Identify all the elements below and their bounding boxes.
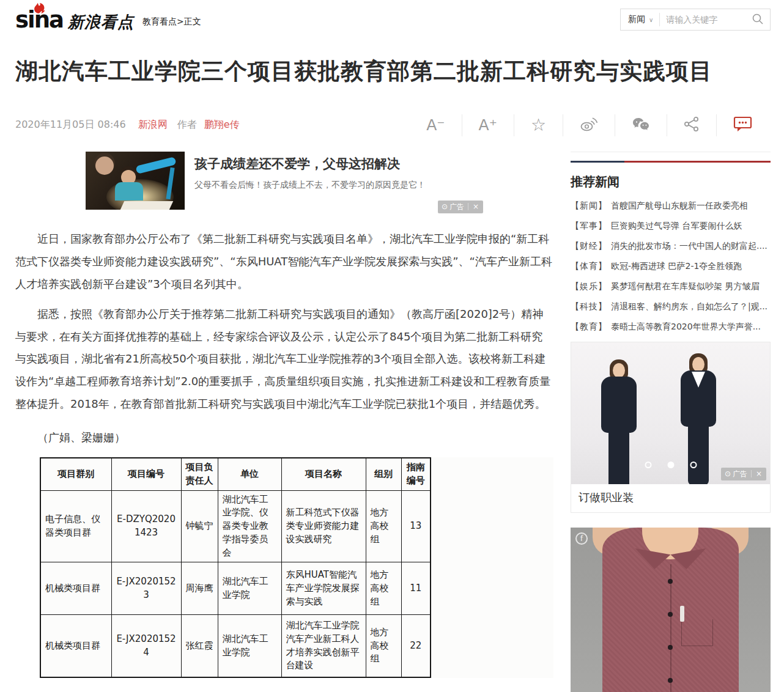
carousel-dots (645, 462, 697, 468)
article-meta-row: 2020年11月05日 08:46 新浪网 作者 鹏翔e传 A⁻ A⁺ ☆ (15, 111, 769, 139)
wechat-icon (632, 117, 650, 134)
sidebar-ad-suits[interactable]: ⊙广告 × 订做职业装 (571, 342, 771, 513)
publish-date: 2020年11月05日 08:46 (15, 119, 126, 131)
ad-badge-icon: ⊙ (725, 469, 731, 478)
chest-pocket (681, 619, 713, 646)
ad-badge-label: 广告 (733, 469, 747, 479)
search-button[interactable] (749, 13, 770, 27)
share-wechat-button[interactable] (615, 114, 667, 136)
table-row: 机械类项目群 E-JX20201523 周海鹰 湖北汽车工业学院 东风HUAT智… (40, 562, 431, 615)
news-item[interactable]: 【科技】清退租客、解约房东，自如怎么了？|观... (571, 301, 771, 312)
search-bar: 新闻 ∨ (620, 9, 771, 31)
weibo-icon (580, 116, 598, 134)
news-item[interactable]: 【军事】巨资购美过气导弹 台军要闹什么妖 (571, 221, 771, 232)
breadcrumb[interactable]: 教育看点>正文 (142, 17, 201, 31)
font-increase-button[interactable]: A⁺ (462, 114, 514, 136)
suits-ad-image[interactable]: ⊙广告 × (571, 342, 770, 484)
star-icon: ☆ (531, 117, 546, 134)
sina-logo-cn: 新浪看点 (68, 14, 134, 31)
ad-banner-image[interactable] (86, 152, 185, 210)
search-input[interactable] (660, 15, 749, 24)
carousel-dot[interactable] (690, 462, 697, 468)
ad-badge-label: 广告 (449, 202, 464, 212)
sidebar: 推荐新闻 【新闻】首艘国产航母山东舰新一任政委亮相 【军事】巨资购美过气导弹 台… (571, 152, 771, 692)
recommend-news-title: 推荐新闻 (571, 174, 771, 190)
news-item[interactable]: 【新闻】首艘国产航母山东舰新一任政委亮相 (571, 201, 771, 212)
source-link[interactable]: 新浪网 (138, 119, 168, 131)
table-row: 电子信息、仪器类项目群 E-DZYQ20201423 钟毓宁 湖北汽车工业学院、… (40, 490, 431, 562)
favorite-button[interactable]: ☆ (514, 114, 563, 136)
recommend-news-list: 【新闻】首艘国产航母山东舰新一任政委亮相 【军事】巨资购美过气导弹 台军要闹什么… (571, 201, 771, 333)
maroon-shirt (602, 528, 738, 692)
news-item[interactable]: 【财经】消失的批发市场：一代中国人的财富起.... (571, 241, 771, 252)
news-item[interactable]: 【体育】欧冠-梅西进球 巴萨2-1夺全胜领跑 (571, 261, 771, 272)
share-nodes-icon (684, 116, 700, 134)
pocket-pen (680, 606, 684, 622)
font-decrease-button[interactable]: A⁻ (410, 114, 461, 136)
ad-badge: ⊙广告 × (721, 468, 766, 480)
recommend-divider (571, 161, 771, 163)
suits-ad-caption: 订做职业装 (571, 484, 770, 512)
article-body: 孩子成绩差还不爱学，父母这招解决 父母不看会后悔！孩子成绩上不去，不爱学习的原因… (15, 152, 553, 692)
comment-button[interactable] (716, 114, 769, 136)
search-category-label: 新闻 (628, 14, 645, 25)
search-icon (752, 13, 764, 27)
sidebar-ad-shirt[interactable]: f (571, 528, 771, 692)
news-item[interactable]: 【教育】泰晤士高等教育2020年世界大学声誉... (571, 322, 771, 333)
homework-paper (120, 201, 174, 210)
divider-navy-segment (571, 161, 624, 163)
ad-badge: ⊙广告 × (438, 201, 483, 213)
author-link[interactable]: 鹏翔e传 (204, 119, 240, 131)
watermark-logo: f (575, 532, 588, 545)
child-shirt (115, 182, 143, 201)
projects-table-scan: 项目群别 项目编号 项目负责任人 单位 项目名称 组别 指南编号 电子信息、仪器… (40, 457, 553, 678)
news-item[interactable]: 【娱乐】奚梦瑶何猷君在车库疑似吵架 男方皱眉 (571, 281, 771, 292)
ad-close-button[interactable]: × (752, 468, 766, 479)
comment-icon (733, 116, 752, 134)
table-header-row: 项目群别 项目编号 项目负责任人 单位 项目名称 组别 指南编号 (40, 458, 431, 490)
ad-title[interactable]: 孩子成绩差还不爱学，父母这招解决 (194, 155, 426, 172)
page-title: 湖北汽车工业学院三个项目获批教育部第二批新工科研究与实践项目 (15, 56, 769, 87)
mother-figure (95, 156, 114, 175)
sina-flame-icon (34, 1, 48, 16)
share-weibo-button[interactable] (563, 114, 615, 136)
article-toolbar: A⁻ A⁺ ☆ (410, 114, 769, 136)
sina-logo[interactable]: sina 新浪看点 (15, 9, 134, 31)
projects-table: 项目群别 项目编号 项目负责任人 单位 项目名称 组别 指南编号 电子信息、仪器… (40, 457, 431, 678)
chevron-down-icon: ∨ (649, 17, 653, 23)
carousel-dot[interactable] (645, 462, 651, 468)
author-label: 作者 (177, 119, 197, 131)
inline-ad-banner[interactable]: 孩子成绩差还不爱学，父母这招解决 父母不看会后悔！孩子成绩上不去，不爱学习的原因… (86, 152, 483, 210)
ad-badge-icon: ⊙ (442, 202, 448, 211)
table-row: 机械类项目群 E-JX20201524 张红霞 湖北汽车工业学院 湖北汽车工业学… (40, 615, 431, 677)
byline: （广娟、梁姗姗） (15, 430, 553, 445)
ad-subtitle: 父母不看会后悔！孩子成绩上不去，不爱学习的原因竟是它！ (194, 180, 426, 191)
sidebar-top-divider (571, 152, 771, 152)
page-header: sina 新浪看点 教育看点>正文 新闻 ∨ (0, 0, 784, 39)
paragraph: 近日，国家教育部办公厅公布了《第二批新工科研究与实践项目名单》，湖北汽车工业学院… (15, 228, 553, 296)
share-button[interactable] (667, 114, 716, 136)
ad-close-button[interactable]: × (468, 201, 483, 212)
paragraph: 据悉，按照《教育部办公厅关于推荐第二批新工科研究与实践项目的通知》（教高厅函[2… (15, 303, 553, 416)
divider-red-segment (624, 161, 771, 163)
carousel-dot-active[interactable] (667, 462, 674, 468)
search-category-select[interactable]: 新闻 ∨ (621, 14, 659, 25)
